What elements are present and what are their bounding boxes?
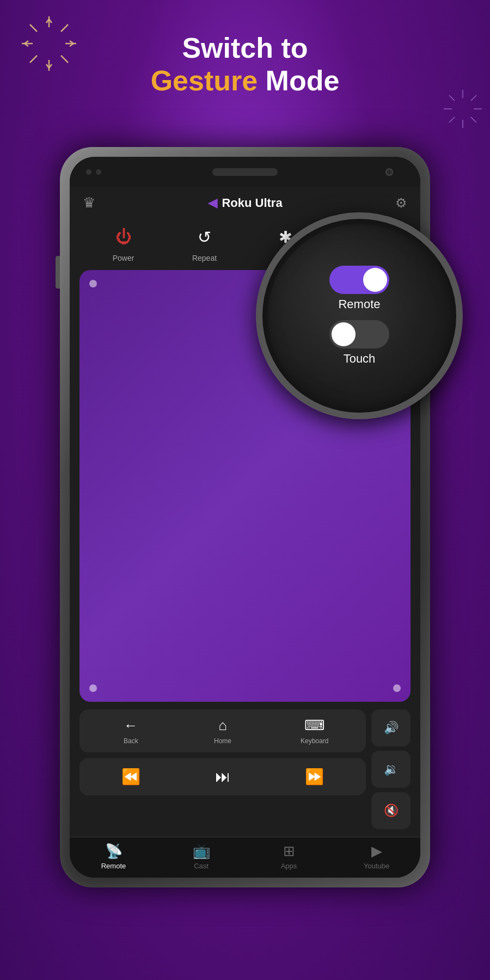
apps-tab-label: Apps: [281, 862, 297, 870]
repeat-button[interactable]: ↺ Repeat: [164, 224, 245, 262]
gear-icon[interactable]: ⚙: [395, 195, 407, 211]
remote-toggle-group: Remote: [329, 266, 389, 311]
svg-line-23: [449, 117, 455, 122]
back-button[interactable]: ← Back: [85, 717, 177, 745]
header-line1: Switch to: [0, 33, 490, 64]
volume-down-button[interactable]: 🔉: [371, 751, 411, 788]
phone-device: ♛ ◀ Roku Ultra ⚙ ⏻ Power ↺ Repeat: [60, 147, 430, 887]
power-icon: ⏻: [111, 224, 136, 249]
nav-buttons-group: ← Back ⌂ Home ⌨ Keyboard: [79, 709, 366, 829]
back-label: Back: [124, 737, 138, 745]
remote-toggle-label: Remote: [338, 297, 380, 311]
touchpad-dot-bottomleft: [89, 684, 97, 692]
header-section: Switch to Gesture Mode: [0, 33, 490, 98]
volume-mute-button[interactable]: 🔇: [371, 792, 411, 829]
keyboard-label: Keyboard: [301, 737, 328, 745]
phone-side-button-left: [56, 256, 60, 289]
power-label: Power: [113, 254, 134, 262]
cast-tab-icon: 📺: [193, 843, 210, 860]
bottom-nav-bar: 📡 Remote 📺 Cast ⊞ Apps ▶ Youtube: [70, 837, 420, 878]
tab-apps[interactable]: ⊞ Apps: [245, 843, 333, 870]
svg-line-21: [471, 117, 476, 122]
notch-camera: [385, 168, 393, 176]
svg-line-6: [61, 24, 68, 32]
header-line2: Gesture Mode: [0, 64, 490, 97]
header-mode-word: Mode: [266, 65, 340, 96]
apps-tab-icon: ⊞: [283, 843, 295, 860]
youtube-tab-label: Youtube: [364, 862, 389, 870]
rewind-button[interactable]: ⏪: [85, 768, 177, 786]
crown-icon: ♛: [83, 194, 95, 211]
volume-mute-icon: 🔇: [384, 804, 399, 818]
fast-forward-button[interactable]: ⏩: [268, 768, 360, 786]
media-row: ⏪ ⏭ ⏩: [79, 758, 366, 795]
remote-toggle-knob: [363, 268, 387, 292]
device-name: ◀ Roku Ultra: [208, 196, 282, 210]
nav-row: ← Back ⌂ Home ⌨ Keyboard: [79, 709, 366, 752]
rewind-icon: ⏪: [121, 768, 140, 786]
remote-tab-icon: 📡: [105, 843, 122, 860]
fast-forward-icon: ⏩: [305, 768, 324, 786]
home-label: Home: [214, 737, 231, 745]
notch-speaker: [212, 168, 278, 176]
touch-toggle-group: Touch: [329, 320, 389, 366]
youtube-tab-icon: ▶: [371, 843, 382, 860]
volume-up-icon: 🔊: [384, 721, 399, 735]
play-pause-icon: ⏭: [215, 768, 230, 786]
play-pause-button[interactable]: ⏭: [177, 768, 269, 786]
chevron-left-icon[interactable]: ◀: [208, 196, 217, 210]
volume-down-icon: 🔉: [384, 762, 399, 776]
home-icon: ⌂: [218, 717, 227, 734]
volume-buttons-group: 🔊 🔉 🔇: [371, 709, 411, 829]
notch-dot-2: [96, 169, 101, 175]
remote-tab-label: Remote: [101, 862, 126, 870]
touch-toggle-switch[interactable]: [329, 320, 389, 348]
magnifier-overlay: Remote Touch: [256, 212, 463, 419]
keyboard-button[interactable]: ⌨ Keyboard: [268, 717, 360, 745]
volume-up-button[interactable]: 🔊: [371, 709, 411, 746]
bottom-controls: ← Back ⌂ Home ⌨ Keyboard: [70, 702, 420, 837]
touchpad-dot-bottomright: [393, 684, 401, 692]
touch-toggle-label: Touch: [344, 352, 376, 366]
tab-youtube[interactable]: ▶ Youtube: [333, 843, 420, 870]
touch-toggle-knob: [332, 322, 356, 346]
notch-dot-1: [86, 169, 91, 175]
back-icon: ←: [124, 717, 138, 734]
power-button[interactable]: ⏻ Power: [83, 224, 164, 262]
phone-notch-bar: [70, 157, 420, 187]
device-name-label: Roku Ultra: [222, 196, 282, 210]
notch-dots: [86, 169, 101, 175]
svg-line-4: [30, 24, 37, 32]
repeat-label: Repeat: [192, 254, 217, 262]
repeat-icon: ↺: [192, 224, 217, 249]
header-gesture-word: Gesture: [151, 65, 258, 96]
keyboard-icon: ⌨: [304, 717, 325, 734]
tab-remote[interactable]: 📡 Remote: [70, 843, 157, 870]
cast-tab-label: Cast: [194, 862, 209, 870]
tab-cast[interactable]: 📺 Cast: [157, 843, 245, 870]
home-button[interactable]: ⌂ Home: [177, 717, 269, 745]
touchpad-dot-topleft: [89, 280, 97, 287]
remote-toggle-switch[interactable]: [329, 266, 389, 294]
